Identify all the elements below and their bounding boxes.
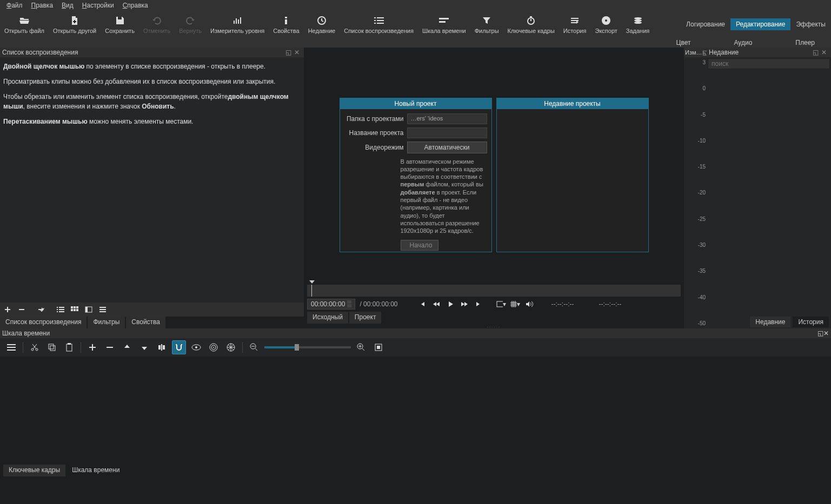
export-button[interactable]: Экспорт (590, 11, 621, 38)
history-icon (570, 15, 580, 26)
svg-point-20 (634, 19, 642, 22)
view-details-button[interactable] (54, 304, 67, 315)
menu-edit[interactable]: Правка (27, 1, 58, 10)
undock-icon[interactable]: ◱ (702, 49, 707, 56)
playlist-button[interactable]: Список воспроизведения (340, 11, 418, 38)
open-other-button[interactable]: Открыть другой (49, 11, 101, 38)
split-button[interactable] (155, 340, 169, 354)
view-icons-button[interactable] (82, 304, 95, 315)
close-icon[interactable]: ✕ (821, 49, 829, 56)
layout-logging-tab[interactable]: Логирование (681, 18, 730, 30)
paste-button[interactable] (62, 340, 76, 354)
redo-button[interactable]: Вернуть (175, 11, 206, 38)
keyframes-tab[interactable]: Ключевые кадры (3, 465, 65, 476)
seek-bar[interactable] (307, 285, 681, 297)
view-list-button[interactable] (96, 304, 109, 315)
color-tab[interactable]: Цвет (676, 39, 691, 46)
append-button[interactable] (85, 340, 99, 354)
history-button[interactable]: История (559, 11, 591, 38)
svg-rect-11 (374, 23, 376, 24)
overwrite-button[interactable] (137, 340, 151, 354)
keyframes-button[interactable]: Ключевые кадры (503, 11, 559, 38)
peak-meter-button[interactable]: Измеритель уровня (206, 11, 269, 38)
svg-rect-30 (76, 306, 78, 308)
undo-button[interactable]: Отменить (139, 11, 175, 38)
start-button[interactable]: Начало (401, 240, 438, 251)
menu-view[interactable]: Вид (57, 1, 78, 10)
snap-button[interactable] (172, 340, 186, 354)
disc-icon (601, 15, 611, 26)
delete-button[interactable] (103, 340, 117, 354)
filters-tab[interactable]: Фильтры (88, 317, 125, 328)
history-tab[interactable]: История (793, 317, 829, 327)
skip-prev-button[interactable] (417, 299, 427, 309)
properties-button[interactable]: Свойства (269, 11, 303, 38)
project-folder-field[interactable]: …ers' 'ideos (407, 113, 487, 124)
audio-tab[interactable]: Аудио (734, 39, 752, 46)
undock-icon[interactable]: ◱ (285, 49, 293, 56)
layout-effects-tab[interactable]: Эффекты (790, 18, 831, 30)
rewind-button[interactable] (431, 299, 441, 309)
remove-button[interactable] (15, 304, 28, 315)
jobs-button[interactable]: Задания (622, 11, 654, 38)
zoom-fit-button[interactable] (371, 340, 385, 354)
undock-icon[interactable]: ◱ (817, 330, 823, 337)
menu-file[interactable]: Файл (2, 1, 27, 10)
cut-button[interactable] (28, 340, 42, 354)
player-tab[interactable]: Плеер (795, 39, 815, 46)
menu-button[interactable] (4, 340, 18, 354)
add-button[interactable] (1, 304, 14, 315)
search-input[interactable] (708, 58, 830, 69)
view-tiles-button[interactable] (68, 304, 81, 315)
properties-tab[interactable]: Свойства (126, 317, 165, 328)
save-button[interactable]: Сохранить (101, 11, 139, 38)
svg-rect-5 (285, 19, 287, 24)
skip-next-button[interactable] (474, 299, 483, 309)
ripple-button[interactable] (207, 340, 221, 354)
timeline-button[interactable]: Шкала времени (418, 11, 470, 38)
undock-icon[interactable]: ◱ (813, 49, 820, 56)
timeline-area[interactable] (0, 357, 831, 465)
ripple-all-button[interactable] (224, 340, 238, 354)
recent-button[interactable]: Недавние (304, 11, 340, 38)
svg-rect-33 (76, 309, 78, 311)
svg-rect-28 (71, 306, 73, 308)
svg-rect-1 (236, 18, 237, 24)
source-tab[interactable]: Исходный (307, 312, 348, 324)
menu-settings[interactable]: Настройки (78, 1, 118, 10)
layout-editing-tab[interactable]: Редактирование (730, 18, 790, 30)
bottom-tabs: Ключевые кадры Шкала времени (0, 465, 831, 476)
update-button[interactable] (35, 304, 48, 315)
project-name-field[interactable] (407, 127, 487, 138)
current-timecode[interactable]: 00:00:00:00 (307, 299, 355, 310)
funnel-icon (482, 15, 491, 26)
clock-icon (317, 15, 327, 26)
close-icon[interactable]: ✕ (823, 330, 829, 337)
player-panel: Новый проект Папка с проектами …ers' 'id… (304, 48, 684, 328)
open-file-button[interactable]: Открыть файл (0, 11, 49, 38)
forward-button[interactable] (460, 299, 469, 309)
svg-rect-22 (57, 307, 58, 308)
video-mode-button[interactable]: Автоматически (407, 142, 487, 153)
svg-point-56 (213, 347, 214, 348)
timeline-tab[interactable]: Шкала времени (67, 465, 125, 476)
playlist-tab[interactable]: Список воспроизведения (0, 317, 87, 328)
grid-button[interactable]: ▾ (510, 299, 520, 309)
close-icon[interactable]: ✕ (294, 49, 302, 56)
zoom-slider[interactable] (264, 346, 351, 348)
lift-button[interactable] (120, 340, 134, 354)
scrub-button[interactable] (189, 340, 203, 354)
filters-button[interactable]: Фильтры (470, 11, 503, 38)
zoom-out-button[interactable] (247, 340, 261, 354)
equalizer-icon (232, 15, 242, 26)
zoom-in-button[interactable] (354, 340, 368, 354)
menu-help[interactable]: Справка (118, 1, 152, 10)
volume-button[interactable] (524, 299, 534, 309)
resize-handle[interactable]: ...... (304, 324, 684, 328)
project-tab[interactable]: Проект (349, 312, 382, 324)
play-button[interactable] (446, 299, 455, 309)
zoom-button[interactable]: ▾ (496, 299, 506, 309)
recent-tab[interactable]: Недавние (750, 317, 790, 327)
copy-button[interactable] (45, 340, 59, 354)
meter-scale: 3 0 -5 -10 -15 -20 -25 -30 -35 -40 -50 (684, 57, 707, 328)
